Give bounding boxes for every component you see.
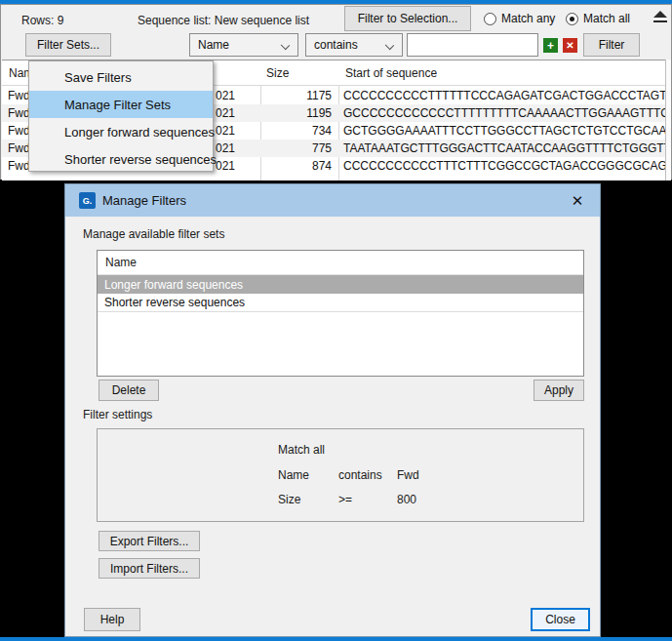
rule-op: >= [338,493,352,506]
close-button[interactable]: Close [531,608,590,631]
filter-sets-menu: Save Filters Manage Filter Sets Longer f… [28,60,214,172]
menu-item-longer-forward-sequences[interactable]: Longer forward sequences [29,118,213,145]
filter-sets-list: Name Longer forward sequences Shorter re… [97,250,584,377]
apply-button[interactable]: Apply [534,380,584,401]
dialog-close-icon[interactable]: ✕ [563,184,592,217]
column-header-start[interactable]: Start of sequence [345,66,437,80]
rule-value: Fwd [397,468,419,482]
filter-sets-button[interactable]: Filter Sets... [25,33,111,57]
sequence-list-view: Rows: 9 Sequence list: New sequence list… [0,4,672,180]
delete-button[interactable]: Delete [99,380,159,401]
rows-count-label: Rows: 9 [21,14,63,27]
list-header-name[interactable]: Name [98,251,583,275]
operator-select[interactable]: contains [305,33,403,57]
rule-field: Name [278,468,309,482]
match-all-label: Match all [583,12,630,25]
list-item-shorter-reverse[interactable]: Shorter reverse sequences [98,294,583,312]
match-any-radio[interactable]: Match any [484,12,555,25]
screen: Rows: 9 Sequence list: New sequence list… [0,0,672,641]
menu-item-shorter-reverse-sequences[interactable]: Shorter reverse sequences [29,145,213,173]
collapse-filter-icon[interactable] [652,11,668,24]
field-select-value: Name [198,38,229,52]
list-item-longer-forward[interactable]: Longer forward sequences [98,275,583,294]
operator-select-value: contains [314,38,358,52]
window-bottom-border [0,637,672,641]
radio-circle-icon [484,13,496,25]
dialog-title: Manage Filters [102,193,186,208]
rule-field: Size [278,493,300,506]
radio-circle-icon [566,13,578,25]
help-button[interactable]: Help [84,608,140,631]
dialog-titlebar[interactable]: G. Manage Filters ✕ [65,184,600,217]
match-mode-text: Match all [278,443,325,457]
filter-settings-label: Filter settings [83,408,152,421]
menu-item-save-filters[interactable]: Save Filters [29,63,213,91]
import-filters-button[interactable]: Import Filters... [99,558,200,579]
match-all-radio[interactable]: Match all [566,12,630,25]
rule-value: 800 [397,493,416,506]
match-any-label: Match any [501,12,555,25]
menu-item-manage-filter-sets[interactable]: Manage Filter Sets [29,91,213,118]
remove-filter-criterion-icon[interactable]: ✕ [563,38,577,53]
manage-filters-dialog: G. Manage Filters ✕ Manage available fil… [64,183,601,637]
field-select[interactable]: Name [189,33,298,57]
vertical-scrollbar[interactable] [665,60,671,180]
filter-to-selection-button[interactable]: Filter to Selection... [344,6,471,31]
filter-settings-panel: Match all Name contains Fwd Size >= 800 [97,428,584,522]
export-filters-button[interactable]: Export Filters... [99,531,200,551]
filter-text-input[interactable] [407,33,538,57]
rule-op: contains [338,468,382,482]
chevron-down-icon [385,41,394,50]
column-header-size[interactable]: Size [266,66,289,80]
workbench-app-icon: G. [79,192,96,209]
sequence-list-title: Sequence list: New sequence list [138,14,309,27]
dialog-body: Manage available filter sets Name Longer… [65,217,600,636]
add-filter-criterion-icon[interactable]: + [543,38,558,53]
chevron-down-icon [281,41,290,50]
filter-button[interactable]: Filter [583,33,640,57]
manage-sets-label: Manage available filter sets [83,227,224,241]
